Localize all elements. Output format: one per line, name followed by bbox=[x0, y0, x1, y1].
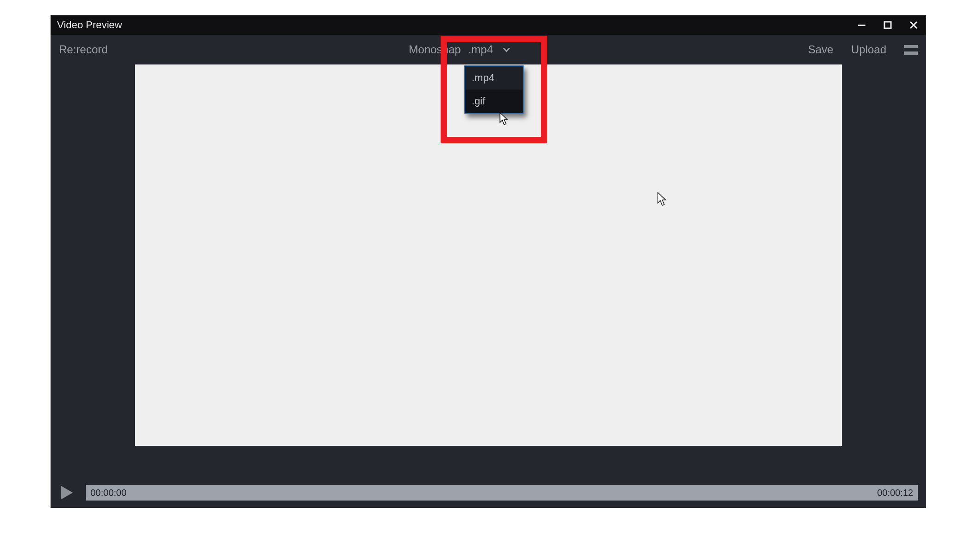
playbar: 00:00:00 00:00:12 bbox=[51, 483, 926, 508]
close-button[interactable] bbox=[908, 19, 920, 31]
upload-button[interactable]: Upload bbox=[851, 43, 886, 56]
maximize-icon bbox=[883, 20, 892, 30]
progress-bar[interactable]: 00:00:00 00:00:12 bbox=[86, 485, 918, 501]
play-icon bbox=[59, 485, 75, 501]
hamburger-icon bbox=[904, 45, 918, 48]
svg-rect-0 bbox=[858, 25, 865, 26]
save-button[interactable]: Save bbox=[808, 43, 833, 56]
window-controls bbox=[856, 19, 920, 31]
current-time: 00:00:00 bbox=[90, 488, 127, 498]
chevron-down-icon bbox=[501, 45, 512, 55]
filename-input[interactable] bbox=[401, 43, 461, 56]
svg-rect-1 bbox=[884, 22, 891, 28]
titlebar[interactable]: Video Preview bbox=[51, 15, 926, 35]
format-selected-label: .mp4 bbox=[468, 43, 493, 56]
format-dropdown-trigger[interactable]: .mp4 bbox=[465, 42, 515, 57]
close-icon bbox=[909, 20, 918, 30]
video-canvas[interactable] bbox=[135, 64, 842, 446]
minimize-button[interactable] bbox=[856, 19, 868, 31]
minimize-icon bbox=[857, 20, 866, 30]
format-option-mp4[interactable]: .mp4 bbox=[465, 66, 523, 90]
toolbar: Re:record .mp4 Save Upload bbox=[51, 35, 926, 64]
format-dropdown-panel: .mp4 .gif bbox=[464, 65, 524, 114]
play-button[interactable] bbox=[59, 485, 75, 501]
maximize-button[interactable] bbox=[882, 19, 894, 31]
format-option-gif[interactable]: .gif bbox=[465, 90, 523, 113]
hamburger-menu-button[interactable] bbox=[904, 45, 918, 55]
video-preview-window: Video Preview Re:record .mp4 Sa bbox=[51, 15, 926, 508]
rerecord-button[interactable]: Re:record bbox=[59, 43, 108, 56]
window-title: Video Preview bbox=[57, 19, 122, 31]
preview-area bbox=[51, 64, 926, 483]
total-time: 00:00:12 bbox=[877, 488, 913, 498]
